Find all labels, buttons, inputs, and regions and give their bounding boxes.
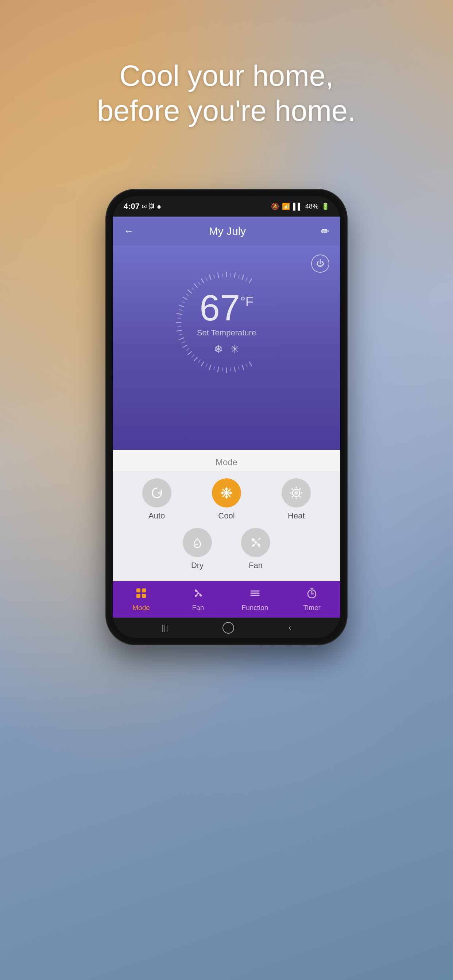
power-button[interactable]: ⏻ <box>311 255 329 273</box>
svg-line-16 <box>188 290 191 293</box>
svg-line-41 <box>192 288 194 290</box>
status-image-icon: 🖼 <box>149 203 155 210</box>
nav-timer[interactable]: Timer <box>283 581 340 617</box>
mode-cool-label: Cool <box>218 511 234 520</box>
heat-icon <box>289 486 303 500</box>
page-title: My July <box>209 225 246 237</box>
mute-icon: 🔕 <box>271 202 279 210</box>
status-time: 4:07 <box>124 202 140 211</box>
auto-icon <box>150 486 164 500</box>
mode-cool[interactable]: Cool <box>193 478 259 520</box>
svg-line-25 <box>246 364 247 366</box>
svg-line-4 <box>218 367 219 372</box>
nav-function-icon <box>249 587 261 601</box>
svg-line-39 <box>182 302 185 302</box>
snowflake-icon: ❄ <box>214 343 223 355</box>
svg-line-19 <box>209 275 211 279</box>
mode-heat[interactable]: Heat <box>263 478 329 520</box>
svg-line-11 <box>177 330 182 331</box>
power-icon: ⏻ <box>316 259 324 268</box>
nav-fan[interactable]: Fan <box>170 581 226 617</box>
nav-function-label: Function <box>242 604 268 612</box>
battery-text: 48% <box>305 203 318 210</box>
status-app-icon: ◈ <box>157 203 161 210</box>
svg-line-26 <box>239 367 239 370</box>
android-back-btn[interactable]: ||| <box>162 623 168 633</box>
back-button[interactable]: ← <box>124 225 134 237</box>
svg-line-38 <box>179 310 182 310</box>
mode-panel: Mode Auto <box>113 450 340 581</box>
svg-line-34 <box>182 342 185 343</box>
svg-line-42 <box>198 282 200 285</box>
android-nav: ||| ‹ <box>113 617 340 638</box>
svg-line-10 <box>179 338 183 339</box>
app-header: ← My July ✏ <box>113 216 340 246</box>
svg-line-31 <box>198 360 200 363</box>
phone-container: 4:07 ✉ 🖼 ◈ 🔕 📶 ▌▌ 48% 🔋 ← My July ✏ <box>106 189 347 644</box>
svg-line-6 <box>201 362 204 366</box>
tagline-line1: Cool your home, <box>120 59 334 92</box>
svg-point-71 <box>294 491 298 495</box>
svg-line-43 <box>206 278 207 281</box>
svg-line-2 <box>234 367 235 372</box>
svg-line-40 <box>187 294 189 296</box>
fan-icon-small: ✳ <box>230 343 239 355</box>
svg-line-44 <box>214 275 214 278</box>
svg-rect-76 <box>142 594 146 598</box>
svg-line-68 <box>300 496 300 497</box>
mode-grid-row1: Auto <box>113 471 340 528</box>
mode-heat-label: Heat <box>288 511 305 520</box>
svg-line-7 <box>194 357 197 361</box>
status-icons: 🔕 📶 ▌▌ 48% 🔋 <box>271 202 329 210</box>
mode-dry-btn[interactable] <box>183 528 212 557</box>
temperature-display: 67°F Set Temperature ❄ ✳ <box>197 290 256 355</box>
svg-line-33 <box>187 348 189 350</box>
nav-timer-icon <box>306 587 318 601</box>
nav-fan-label: Fan <box>192 604 204 612</box>
svg-line-35 <box>179 334 182 335</box>
svg-line-29 <box>214 367 214 370</box>
svg-line-48 <box>246 278 247 281</box>
svg-line-1 <box>242 365 244 369</box>
phone-screen: 4:07 ✉ 🖼 ◈ 🔕 📶 ▌▌ 48% 🔋 ← My July ✏ <box>113 196 340 638</box>
svg-line-0 <box>249 362 252 366</box>
svg-line-8 <box>188 352 191 355</box>
svg-rect-75 <box>136 594 140 598</box>
nav-fan-icon <box>192 587 204 601</box>
mode-fan[interactable]: Fan <box>241 528 270 570</box>
svg-line-47 <box>239 275 239 278</box>
wifi-icon: 📶 <box>282 202 290 210</box>
svg-line-70 <box>292 496 292 497</box>
android-recent-btn[interactable]: ‹ <box>289 623 291 633</box>
svg-line-23 <box>242 275 244 279</box>
thermostat-area: ⏻ <box>113 246 340 450</box>
edit-button[interactable]: ✏ <box>321 225 329 237</box>
tagline: Cool your home, before you're home. <box>0 58 453 128</box>
status-gmail-icon: ✉ <box>142 203 147 210</box>
svg-line-17 <box>194 284 197 287</box>
status-left: 4:07 ✉ 🖼 ◈ <box>124 202 161 211</box>
temp-unit: °F <box>240 295 253 309</box>
svg-point-77 <box>197 592 199 594</box>
svg-line-5 <box>209 365 211 369</box>
svg-line-36 <box>178 326 181 327</box>
nav-function[interactable]: Function <box>226 581 283 617</box>
svg-line-69 <box>300 489 300 489</box>
mode-fan-btn[interactable] <box>241 528 270 557</box>
nav-mode[interactable]: Mode <box>113 581 170 617</box>
svg-line-30 <box>206 364 207 366</box>
temperature-dial[interactable]: 67°F Set Temperature ❄ ✳ <box>168 264 285 380</box>
mode-dry[interactable]: Dry <box>183 528 212 570</box>
android-home-btn[interactable] <box>222 622 234 634</box>
svg-rect-74 <box>142 589 146 592</box>
mode-heat-btn[interactable] <box>282 478 311 508</box>
svg-line-22 <box>234 273 235 277</box>
notch <box>194 196 259 206</box>
mode-auto[interactable]: Auto <box>124 478 190 520</box>
dry-icon <box>190 536 204 549</box>
mode-cool-btn[interactable] <box>212 478 241 508</box>
temperature-value: 67°F <box>197 290 256 326</box>
mode-panel-title: Mode <box>113 450 340 471</box>
mode-auto-btn[interactable] <box>142 478 171 508</box>
svg-line-15 <box>183 297 187 300</box>
